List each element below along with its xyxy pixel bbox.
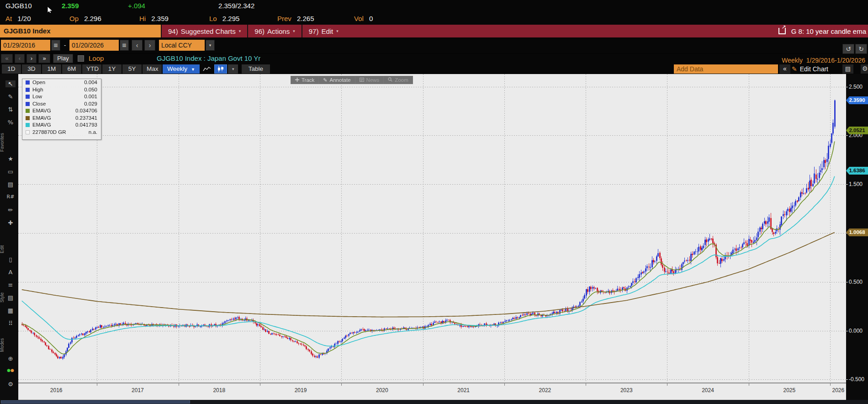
price-label-0.500: 0.500	[849, 279, 863, 285]
grid-icon[interactable]: ▦	[5, 307, 16, 314]
legend-value: 0.004	[84, 80, 97, 85]
dots-icon[interactable]: ⠿	[5, 320, 16, 327]
chevron-down-icon: ▾	[293, 29, 295, 33]
pencil-icon[interactable]: ✏	[5, 207, 16, 213]
export-icon[interactable]: ↗	[778, 28, 786, 34]
year-label-2026: 2026	[832, 387, 844, 393]
palette-icon[interactable]: ●●	[5, 368, 16, 372]
stat-at: At 1/20	[5, 15, 31, 22]
menu-item-label: Edit	[321, 27, 333, 35]
collapse-panel-button[interactable]: «	[779, 64, 790, 74]
range-button-5y[interactable]: 5Y	[122, 64, 142, 74]
add-data-input[interactable]: Add Data	[674, 64, 778, 74]
currency-dropdown-icon[interactable]: ▾	[206, 40, 215, 51]
range-button-ytd[interactable]: YTD	[82, 64, 101, 74]
undo-button[interactable]: ↺	[842, 44, 854, 54]
chart-type-dropdown-icon[interactable]: ▾	[228, 64, 238, 74]
range-button-6m[interactable]: 6M	[62, 64, 81, 74]
track-button[interactable]: Track	[291, 76, 319, 84]
text-a-icon[interactable]: A	[5, 269, 16, 276]
price-change: +.094	[128, 2, 145, 10]
edit-chart-button[interactable]: ✎Edit Chart	[792, 64, 828, 74]
gear-icon[interactable]: ⚙	[861, 64, 868, 74]
candle-chart-icon[interactable]	[214, 64, 227, 74]
percent-icon[interactable]: %	[5, 119, 16, 126]
line-chart-icon[interactable]	[201, 64, 213, 74]
security-name-box[interactable]: GJGB10 Index	[0, 25, 161, 37]
chevron-down-icon: ▼	[191, 67, 195, 72]
menu-item-suggested-charts[interactable]: 94)Suggested Charts▾	[161, 25, 247, 37]
legend-row: Close0.029	[22, 101, 101, 108]
range-button-1d[interactable]: 1D	[2, 64, 21, 74]
globe-icon[interactable]: ⊕	[5, 355, 16, 362]
lines-icon[interactable]: ≡	[5, 282, 16, 288]
redo-button[interactable]: ↻	[855, 44, 867, 54]
shape-icon[interactable]: ▭	[5, 168, 16, 175]
chart-name-area: ↗ G 8: 10 year candle ema	[778, 25, 868, 37]
chart-name: G 8: 10 year candle ema	[791, 27, 866, 35]
start-calendar-icon[interactable]: ▦	[51, 40, 60, 51]
loop-checkbox[interactable]	[78, 55, 84, 62]
stat-hi: Hi 2.359	[139, 15, 169, 22]
legend-value: 0.001	[84, 94, 97, 99]
move-icon[interactable]: ✚	[5, 219, 16, 226]
menu-item-actions[interactable]: 96)Actions▾	[247, 25, 301, 37]
stat-label: Lo	[209, 15, 217, 22]
drawing-tools-sidebar: ↖✎⇅%★▭▤R#✏✚▯A≡▤▦⠿⊕●●⚙FavoritesEditStyleM…	[0, 74, 18, 400]
stat-label: Hi	[139, 15, 146, 22]
price-chart-canvas[interactable]	[18, 74, 846, 383]
range-button-3d[interactable]: 3D	[22, 64, 41, 74]
draw-line-icon[interactable]: ✎	[5, 93, 16, 100]
step-last-button[interactable]: »	[38, 54, 50, 63]
scrollbar-thumb[interactable]	[1, 400, 190, 404]
chevron-down-icon: ▾	[239, 29, 241, 33]
legend-value: 0.050	[84, 87, 97, 92]
sidebar-section-favorites: Favorites	[0, 133, 5, 152]
trash-icon[interactable]: ▯	[5, 256, 16, 263]
date-back-button[interactable]: ‹	[132, 40, 143, 51]
step-back-button[interactable]: ‹	[15, 54, 25, 63]
chart-notes-icon[interactable]: ▤	[842, 64, 853, 74]
cursor-icon[interactable]: ↖	[5, 80, 16, 87]
legend-label: Close	[32, 101, 46, 106]
currency-select[interactable]: Local CCY	[159, 40, 205, 51]
range-button-max[interactable]: Max	[143, 64, 162, 74]
horizontal-scrollbar[interactable]	[0, 400, 868, 404]
gear-icon[interactable]: ⚙	[5, 381, 16, 388]
annotate-button[interactable]: ✎Annotate	[319, 76, 355, 84]
zoom-button[interactable]: Zoom	[384, 76, 413, 84]
flag-icon[interactable]: ★	[5, 155, 16, 162]
list-icon[interactable]: ▤	[5, 294, 16, 301]
year-tick	[341, 383, 342, 386]
range-button-1y[interactable]: 1Y	[102, 64, 122, 74]
step-first-button[interactable]: «	[1, 54, 13, 63]
r-hash-icon[interactable]: R#	[5, 194, 16, 200]
bloomberg-terminal-window: GJGB10 2.359 +.094 2.359/2.342 At 1/20Op…	[0, 0, 868, 404]
legend-value: n.a.	[89, 129, 97, 135]
flow-dollar-icon[interactable]: ⇅	[5, 106, 16, 113]
news-button[interactable]: News	[355, 76, 384, 84]
stat-vol: Vol 0	[354, 15, 373, 22]
end-calendar-icon[interactable]: ▦	[120, 40, 129, 51]
stat-op: Op 2.296	[69, 15, 101, 22]
period-select[interactable]: Weekly▼	[163, 64, 200, 74]
chart-legend[interactable]: Open0.004High0.050Low0.001Close0.029EMAV…	[22, 79, 101, 140]
chevron-down-icon: ▾	[336, 29, 339, 33]
play-button[interactable]: Play	[53, 54, 73, 63]
table-button[interactable]: Table	[242, 64, 270, 74]
range-button-1m[interactable]: 1M	[42, 64, 61, 74]
year-label-2017: 2017	[132, 387, 144, 393]
legend-row: 2278870D GRn.a.	[22, 129, 101, 136]
sidebar-section-modes: Modes	[0, 338, 5, 352]
menu-item-number: 96)	[254, 27, 265, 35]
step-forward-button[interactable]: ›	[26, 54, 37, 63]
price-badge-1.0068: 1.0068	[846, 229, 868, 236]
start-date-input[interactable]: 01/29/2016	[1, 40, 50, 51]
date-forward-button[interactable]: ›	[144, 40, 155, 51]
ticker-stats-row: At 1/20Op 2.296Hi 2.359Lo 2.295Prev 2.26…	[0, 13, 868, 25]
note-icon[interactable]: ▤	[5, 181, 16, 188]
menu-item-edit[interactable]: 97)Edit▾	[302, 25, 345, 37]
year-tick	[260, 383, 260, 386]
end-date-input[interactable]: 01/20/2026	[69, 40, 119, 51]
last-price: 2.359	[62, 2, 79, 10]
